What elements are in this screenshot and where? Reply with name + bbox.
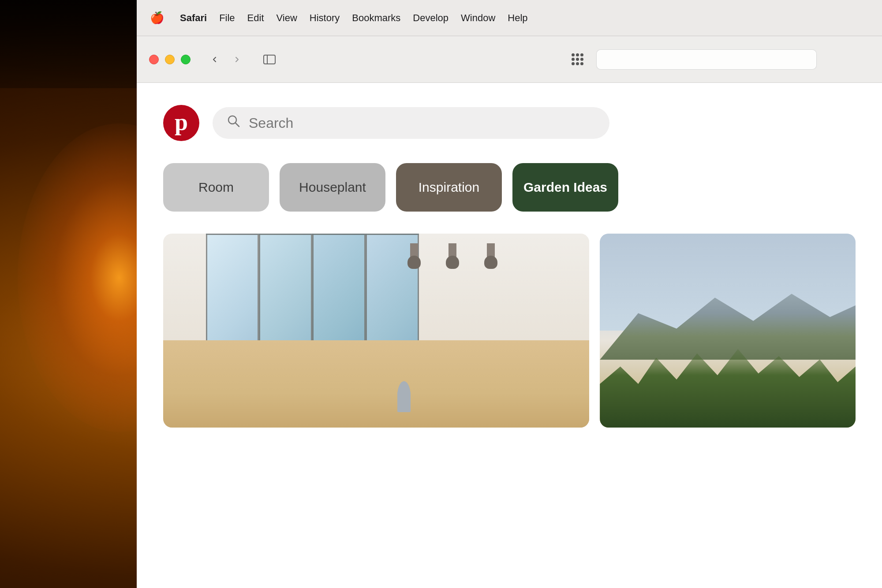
interior-image: [163, 234, 589, 428]
back-button[interactable]: [206, 50, 224, 69]
search-placeholder-text: Search: [249, 115, 293, 131]
image-card-outdoor[interactable]: [600, 234, 856, 428]
pinterest-logo[interactable]: p: [163, 105, 199, 141]
svg-rect-0: [264, 55, 275, 64]
menu-develop[interactable]: Develop: [413, 12, 448, 24]
category-houseplant[interactable]: Houseplant: [280, 163, 385, 212]
grid-dot: [572, 58, 575, 61]
bar-stool-4: [397, 381, 411, 412]
close-button[interactable]: [149, 55, 159, 64]
image-grid: [163, 234, 856, 428]
pinterest-app-content: p Search Room Houseplant: [137, 83, 882, 588]
traffic-lights: [149, 55, 191, 64]
category-inspiration[interactable]: Inspiration: [396, 163, 502, 212]
menu-edit[interactable]: Edit: [247, 12, 264, 24]
svg-line-3: [235, 123, 239, 127]
room-floor: [163, 340, 589, 428]
grid-dot: [580, 58, 583, 61]
apple-menu-icon[interactable]: 🍎: [150, 11, 164, 25]
category-room[interactable]: Room: [163, 163, 269, 212]
image-card-interior[interactable]: [163, 234, 589, 428]
macos-menu-bar: 🍎 Safari File Edit View History Bookmark…: [137, 0, 882, 36]
grid-dot: [580, 62, 583, 65]
grid-dot: [576, 53, 579, 56]
nav-buttons: [206, 50, 246, 69]
mac-browser-frame: 🍎 Safari File Edit View History Bookmark…: [137, 0, 882, 588]
pendant-light-2: [448, 243, 456, 265]
url-bar[interactable]: [596, 49, 817, 70]
menu-help[interactable]: Help: [508, 12, 527, 24]
grid-dot: [572, 62, 575, 65]
pinterest-header: p Search: [163, 105, 856, 141]
menu-history[interactable]: History: [310, 12, 340, 24]
grid-dot: [572, 53, 575, 56]
sidebar-toggle-button[interactable]: [258, 50, 280, 69]
pendant-light-1: [410, 243, 418, 265]
grid-dot: [576, 62, 579, 65]
apps-grid-button[interactable]: [567, 50, 587, 69]
search-bar[interactable]: Search: [213, 107, 609, 139]
maximize-button[interactable]: [181, 55, 191, 64]
grid-dot: [576, 58, 579, 61]
outdoor-image: [600, 234, 856, 428]
menu-file[interactable]: File: [219, 12, 235, 24]
browser-chrome: [137, 36, 882, 83]
grid-dot: [580, 53, 583, 56]
minimize-button[interactable]: [165, 55, 175, 64]
menu-view[interactable]: View: [277, 12, 297, 24]
forward-button[interactable]: [228, 50, 246, 69]
pendant-light-3: [487, 243, 495, 265]
grid-dots-icon: [572, 53, 583, 65]
category-garden-ideas[interactable]: Garden Ideas: [512, 163, 618, 212]
categories-row: Room Houseplant Inspiration Garden Ideas: [163, 163, 856, 212]
pinterest-logo-letter: p: [175, 110, 188, 134]
menu-bookmarks[interactable]: Bookmarks: [352, 12, 400, 24]
menu-safari[interactable]: Safari: [180, 12, 207, 24]
menu-window[interactable]: Window: [461, 12, 495, 24]
search-icon: [227, 114, 241, 132]
